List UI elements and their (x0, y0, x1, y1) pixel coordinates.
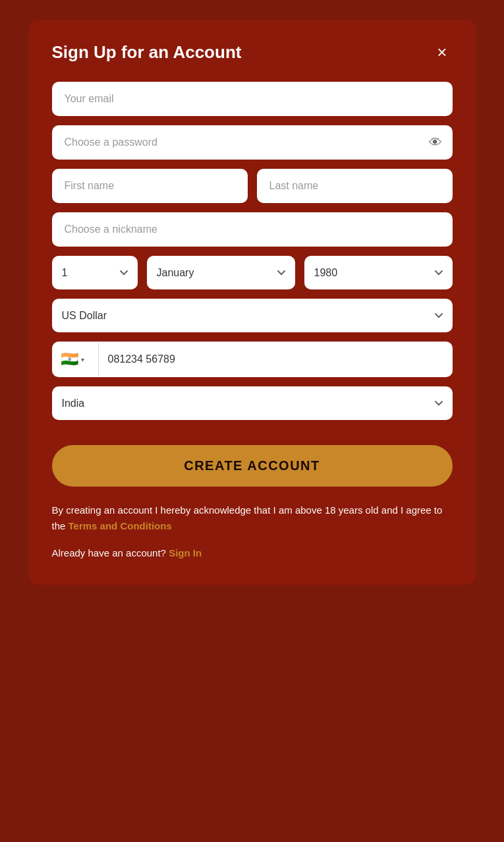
terms-text: By creating an account I hereby acknowle… (52, 502, 453, 534)
modal-header: Sign Up for an Account × (52, 41, 453, 63)
dob-group: 1 2345 6789 10111213 14151617 18192021 2… (52, 256, 453, 289)
currency-group: US Dollar Euro British Pound Indian Rupe… (52, 299, 453, 332)
currency-select[interactable]: US Dollar Euro British Pound Indian Rupe… (52, 299, 453, 332)
nickname-input[interactable] (52, 212, 453, 247)
close-button[interactable]: × (432, 41, 452, 63)
email-input[interactable] (52, 82, 453, 116)
lastname-input[interactable] (257, 169, 453, 203)
password-toggle-icon[interactable]: 👁 (429, 135, 442, 150)
signin-link[interactable]: Sign In (169, 547, 202, 558)
terms-link[interactable]: Terms and Conditions (69, 520, 172, 531)
signin-text: Already have an account? Sign In (52, 547, 453, 558)
phone-wrapper: 🇮🇳 ▾ (52, 342, 453, 377)
signup-modal: Sign Up for an Account × 👁 1 2345 6789 1… (28, 20, 476, 585)
name-group (52, 169, 453, 203)
dob-year-select[interactable]: 1980 1981198219831984 1985199019952000 2… (304, 256, 453, 289)
dob-month-select[interactable]: January FebruaryMarchApril MayJuneJuly A… (147, 256, 295, 289)
create-account-button[interactable]: CREATE ACCOUNT (52, 445, 453, 487)
phone-flag-dropdown[interactable]: 🇮🇳 ▾ (53, 342, 99, 376)
dob-day-select[interactable]: 1 2345 6789 10111213 14151617 18192021 2… (52, 256, 138, 289)
password-input[interactable] (52, 125, 453, 160)
flag-chevron-icon: ▾ (81, 356, 84, 363)
phone-input[interactable] (99, 343, 452, 376)
country-select[interactable]: India United States United Kingdom Austr… (52, 386, 453, 420)
nickname-group (52, 212, 453, 247)
modal-title: Sign Up for an Account (52, 42, 242, 63)
india-flag-icon: 🇮🇳 (61, 351, 78, 368)
country-group: India United States United Kingdom Austr… (52, 386, 453, 420)
password-group: 👁 (52, 125, 453, 160)
email-group (52, 82, 453, 116)
firstname-input[interactable] (52, 169, 248, 203)
phone-group: 🇮🇳 ▾ (52, 342, 453, 377)
